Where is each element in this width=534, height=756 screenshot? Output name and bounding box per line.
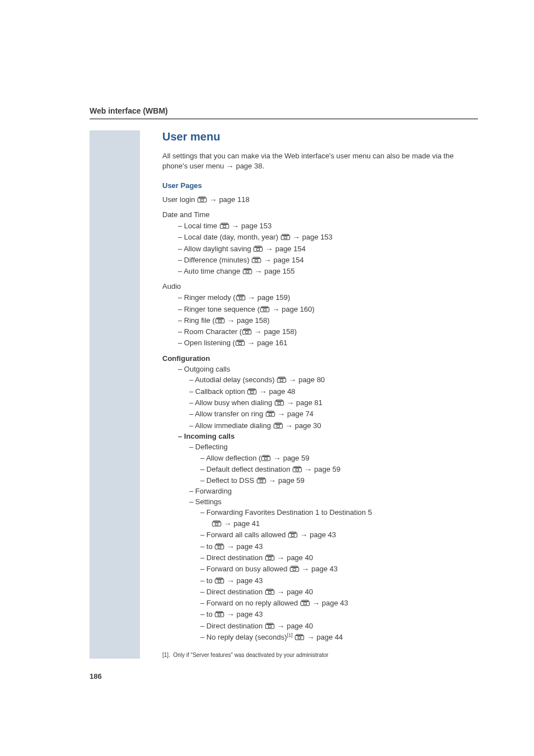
list-item: – to → page 43 [162, 541, 472, 552]
page-ref[interactable]: page 40 [287, 553, 313, 562]
page-ref[interactable]: page 59 [314, 465, 340, 473]
page-ref[interactable]: page 118 [219, 195, 249, 204]
arrow-icon: → [272, 304, 280, 315]
page-ref[interactable]: page 159 [257, 293, 288, 302]
page-ref[interactable]: page 40 [287, 622, 313, 630]
item-text: Callback option [195, 387, 247, 396]
outgoing-calls-text: Outgoing calls [184, 365, 230, 373]
arrow-icon: → [268, 475, 276, 486]
page-ref[interactable]: page 59 [283, 454, 310, 462]
phone-icon [251, 257, 261, 264]
page-ref[interactable]: page 43 [310, 530, 336, 539]
item-text: Ringer melody ( [184, 293, 236, 302]
arrow-icon: → [209, 194, 217, 205]
footnote-marker: [1]. [162, 652, 170, 658]
item-text: Forward on no reply allowed [207, 599, 300, 607]
phone-icon [215, 317, 225, 324]
user-login-text: User login [162, 195, 197, 204]
settings-line-1b: → page 41 [162, 518, 472, 529]
list-item: – Autodial delay (seconds) → page 80 [162, 374, 472, 386]
phone-icon [214, 577, 224, 584]
page-ref[interactable]: page 30 [295, 421, 321, 430]
arrow-icon: → [286, 397, 294, 408]
page-ref[interactable]: page 161 [257, 339, 287, 347]
list-item: – Callback option → page 48 [162, 386, 472, 397]
phone-icon [197, 196, 207, 203]
item-text: Allow busy when dialing [195, 398, 274, 407]
phone-icon [274, 400, 284, 406]
item-text: Default deflect destination [207, 465, 292, 473]
list-item: – Direct destination → page 40 [162, 586, 472, 598]
list-item: – Open listening ( → page 161 [162, 337, 472, 349]
phone-icon [294, 634, 305, 641]
arrow-icon: → [226, 161, 234, 172]
arrow-icon: → [264, 255, 271, 266]
list-item: – Difference (minutes) → page 154 [162, 255, 472, 266]
page-ref[interactable]: page 59 [278, 476, 305, 485]
page-ref[interactable]: page 154 [275, 245, 306, 253]
page-ref[interactable]: page 153 [302, 233, 332, 241]
list-item: – to → page 43 [162, 609, 472, 620]
arrow-icon: → [292, 232, 300, 243]
page-ref[interactable]: page 48 [269, 387, 296, 396]
item-text: Ring file ( [184, 316, 215, 325]
audio-label: Audio [162, 281, 472, 292]
list-item: – Allow busy when dialing → page 81 [162, 397, 472, 408]
page-ref[interactable]: page 41 [233, 519, 260, 528]
page-ref[interactable]: page 43 [237, 542, 263, 551]
arrow-icon: → [231, 220, 239, 232]
page-ref[interactable]: page 155 [264, 267, 294, 275]
forwarding-label: – Forwarding [162, 486, 472, 497]
phone-icon [300, 600, 310, 607]
item-text: Allow immediate dialing [195, 421, 273, 430]
page-ref[interactable]: page 43 [237, 610, 263, 618]
page-ref[interactable]: page 43 [237, 576, 263, 585]
phone-icon [273, 422, 283, 429]
deflecting-label: – Deflecting [162, 442, 472, 453]
page-ref[interactable]: page 40 [287, 588, 313, 596]
page-ref[interactable]: page 80 [298, 375, 325, 384]
user-pages-heading: User Pages [162, 181, 472, 190]
list-item: – to → page 43 [162, 575, 472, 586]
arrow-icon: → [277, 552, 285, 564]
intro-page-ref[interactable]: page 38 [236, 162, 262, 170]
item-text: Allow deflection ( [206, 454, 261, 462]
list-item: – Allow immediate dialing → page 30 [162, 420, 472, 431]
footnote-text: Only if "Server features" was deactivate… [173, 652, 328, 658]
arrow-icon: → [289, 374, 297, 386]
page-ref[interactable]: page 153 [241, 222, 271, 230]
page-ref[interactable]: page 158 [237, 316, 267, 325]
list-item: – Direct destination → page 40 [162, 621, 472, 632]
arrow-icon: → [227, 315, 235, 326]
phone-icon [265, 411, 275, 417]
phone-icon [219, 223, 229, 229]
list-item: – Forward on no reply allowed → page 43 [162, 598, 472, 609]
page-ref[interactable]: page 158 [264, 327, 294, 336]
arrow-icon: → [227, 609, 235, 620]
intro-paragraph: All settings that you can make via the W… [162, 151, 472, 172]
page-ref[interactable]: page 160 [282, 305, 312, 313]
phone-icon [214, 543, 224, 550]
page-ref[interactable]: page 154 [274, 256, 304, 264]
divider [90, 119, 478, 119]
page-ref[interactable]: page 43 [322, 599, 348, 607]
user-login-line: User login → page 118 [162, 194, 472, 205]
intro-text-b: . [262, 162, 264, 170]
item-text: Direct destination [207, 622, 265, 630]
list-item: – Auto time change → page 155 [162, 266, 472, 277]
page-ref[interactable]: page 74 [287, 410, 313, 418]
arrow-icon: → [307, 632, 315, 643]
phone-icon [260, 306, 270, 313]
list-item: – Default deflect destination → page 59 [162, 464, 472, 475]
item-text: Local date (day, month, year) [184, 233, 280, 241]
phone-icon [292, 466, 302, 473]
page-ref[interactable]: page 43 [311, 565, 338, 573]
page-ref[interactable]: page 81 [296, 398, 322, 407]
item-text: Direct destination [207, 553, 265, 562]
item-text: Autodial delay (seconds) [195, 375, 277, 384]
item-text: to [207, 610, 214, 618]
arrow-icon: → [254, 326, 262, 337]
page-ref[interactable]: page 44 [317, 633, 343, 641]
arrow-icon: → [305, 464, 312, 475]
phone-icon [265, 555, 275, 561]
